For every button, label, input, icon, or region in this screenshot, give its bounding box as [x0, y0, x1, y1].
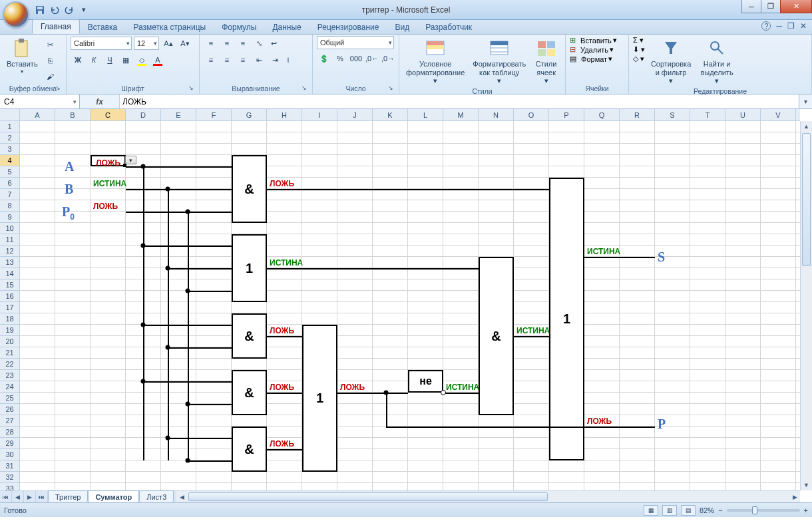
- font-color-icon[interactable]: A: [150, 53, 165, 67]
- zoom-slider[interactable]: [727, 509, 800, 512]
- tab-data[interactable]: Данные: [264, 21, 309, 34]
- grow-font-icon[interactable]: A▴: [161, 36, 176, 51]
- row-header[interactable]: 19: [0, 325, 19, 336]
- inc-decimal-icon[interactable]: ,0←: [365, 51, 379, 66]
- dec-decimal-icon[interactable]: ,0→: [381, 51, 395, 66]
- row-header[interactable]: 8: [0, 200, 19, 212]
- row-header[interactable]: 5: [0, 166, 19, 178]
- font-launcher[interactable]: ↘: [187, 85, 195, 92]
- row-header[interactable]: 3: [0, 144, 19, 155]
- col-header[interactable]: V: [761, 109, 796, 120]
- undo-icon[interactable]: [49, 5, 60, 15]
- row-header[interactable]: 12: [0, 246, 19, 257]
- view-layout-icon[interactable]: ▥: [662, 505, 677, 516]
- formula-input[interactable]: [120, 97, 799, 106]
- zoom-level[interactable]: 82%: [700, 506, 714, 514]
- font-name[interactable]: Calibri: [71, 37, 132, 50]
- tab-prev-icon[interactable]: ◀: [12, 491, 24, 502]
- tab-last-icon[interactable]: ⏭: [36, 491, 48, 502]
- number-launcher[interactable]: ↘: [387, 85, 395, 92]
- zoom-out-icon[interactable]: −: [718, 506, 722, 514]
- col-header[interactable]: G: [232, 109, 267, 120]
- wrap-text-icon[interactable]: ↩: [268, 36, 280, 51]
- cut-icon[interactable]: ✂: [43, 37, 58, 52]
- col-header[interactable]: K: [373, 109, 408, 120]
- tab-developer[interactable]: Разработчик: [417, 21, 480, 34]
- col-header[interactable]: F: [196, 109, 232, 120]
- col-header[interactable]: Q: [584, 109, 620, 120]
- help-icon[interactable]: ?: [761, 21, 771, 31]
- col-header[interactable]: A: [20, 109, 55, 120]
- maximize-button[interactable]: ❐: [761, 0, 781, 13]
- insert-cells-button[interactable]: ⊞ Вставить ▾: [570, 36, 617, 45]
- row-header[interactable]: 30: [0, 449, 19, 460]
- tab-formulas[interactable]: Формулы: [214, 21, 264, 34]
- row-header[interactable]: 25: [0, 393, 19, 404]
- align-bottom-icon[interactable]: ≡: [236, 36, 250, 51]
- cell-styles-button[interactable]: Стили ячеек ▾: [531, 36, 561, 87]
- italic-button[interactable]: К: [87, 53, 101, 67]
- col-header[interactable]: H: [267, 109, 302, 120]
- qat-more-icon[interactable]: ▾: [79, 5, 89, 15]
- conditional-formatting-button[interactable]: Условное форматирование ▾: [403, 36, 467, 87]
- number-format[interactable]: Общий: [317, 36, 394, 49]
- sheet-tab-summator[interactable]: Сумматор: [88, 490, 139, 502]
- ribbon-minimize-icon[interactable]: ─: [776, 21, 782, 31]
- view-pagebreak-icon[interactable]: ▤: [681, 505, 696, 516]
- col-header[interactable]: E: [161, 109, 196, 120]
- col-header[interactable]: T: [690, 109, 725, 120]
- row-header[interactable]: 31: [0, 460, 19, 472]
- redo-icon[interactable]: [64, 5, 75, 15]
- col-header[interactable]: P: [549, 109, 584, 120]
- vscroll-thumb[interactable]: [802, 133, 811, 266]
- row-header[interactable]: 10: [0, 223, 19, 234]
- workbook-restore-icon[interactable]: ❐: [787, 21, 795, 31]
- row-header[interactable]: 32: [0, 472, 19, 483]
- fx-button[interactable]: fx: [93, 97, 107, 106]
- row-header[interactable]: 13: [0, 257, 19, 268]
- col-header[interactable]: C: [91, 109, 126, 120]
- format-as-table-button[interactable]: Форматировать как таблицу ▾: [470, 36, 528, 87]
- copy-icon[interactable]: ⎘: [43, 53, 58, 68]
- autosum-icon[interactable]: Σ ▾: [633, 36, 645, 45]
- row-header[interactable]: 14: [0, 268, 19, 279]
- orientation-icon[interactable]: ⤡: [252, 36, 266, 51]
- tab-pagelayout[interactable]: Разметка страницы: [125, 21, 214, 34]
- align-center-icon[interactable]: ≡: [220, 53, 234, 67]
- row-header[interactable]: 9: [0, 212, 19, 223]
- row-header[interactable]: 1: [0, 121, 19, 132]
- hscroll-thumb[interactable]: [188, 492, 548, 501]
- col-header[interactable]: I: [302, 109, 337, 120]
- tab-first-icon[interactable]: ⏮: [0, 491, 12, 502]
- row-header[interactable]: 24: [0, 381, 19, 393]
- row-header[interactable]: 11: [0, 234, 19, 246]
- currency-icon[interactable]: 💲: [317, 51, 331, 66]
- zoom-in-icon[interactable]: +: [804, 506, 808, 514]
- align-right-icon[interactable]: ≡: [236, 53, 250, 67]
- find-select-button[interactable]: Найти и выделить ▾: [697, 36, 737, 87]
- tab-home[interactable]: Главная: [32, 19, 80, 34]
- sheet-tab-list3[interactable]: Лист3: [139, 490, 174, 502]
- indent-inc-icon[interactable]: ⇥: [268, 53, 282, 67]
- row-header[interactable]: 4: [0, 155, 19, 166]
- merge-icon[interactable]: ⫲: [284, 53, 293, 67]
- row-header[interactable]: 29: [0, 438, 19, 449]
- select-all-corner[interactable]: [0, 109, 20, 121]
- row-header[interactable]: 6: [0, 178, 19, 189]
- row-header[interactable]: 27: [0, 415, 19, 427]
- col-header[interactable]: D: [126, 109, 161, 120]
- scroll-down-icon[interactable]: ▼: [801, 480, 812, 490]
- view-normal-icon[interactable]: ▦: [644, 505, 658, 516]
- fill-icon[interactable]: ⬇ ▾: [633, 45, 645, 54]
- shrink-font-icon[interactable]: A▾: [178, 36, 192, 51]
- align-top-icon[interactable]: ≡: [204, 36, 218, 51]
- borders-icon[interactable]: ▦: [118, 53, 133, 67]
- clear-icon[interactable]: ◇ ▾: [633, 55, 645, 63]
- scroll-up-icon[interactable]: ▲: [801, 121, 812, 132]
- col-header[interactable]: J: [337, 109, 373, 120]
- row-header[interactable]: 7: [0, 189, 19, 200]
- row-header[interactable]: 16: [0, 291, 19, 302]
- row-header[interactable]: 20: [0, 336, 19, 347]
- save-icon[interactable]: [35, 5, 45, 15]
- col-header[interactable]: L: [408, 109, 443, 120]
